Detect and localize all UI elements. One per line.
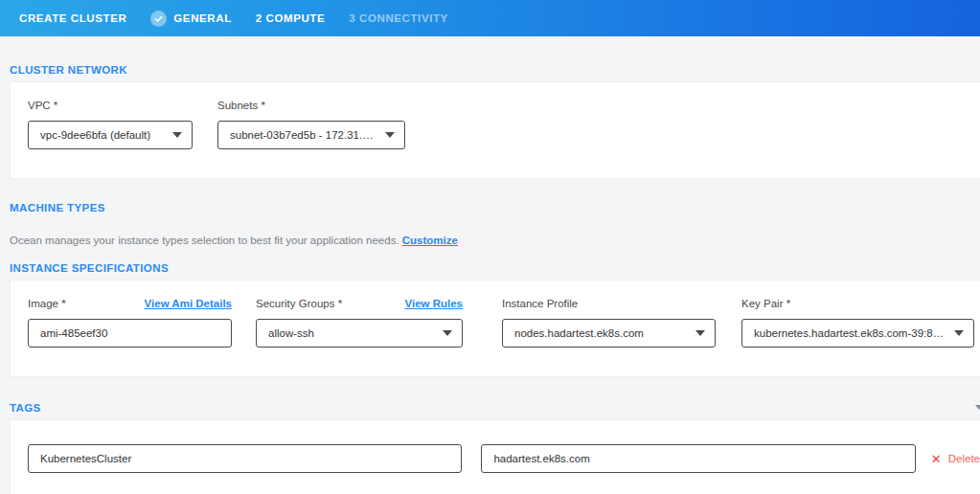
subnets-field: Subnets * subnet-03b7ed5b - 172.31.0.0/2…	[217, 100, 405, 149]
key-pair-select[interactable]: kubernetes.hadartest.ek8s.com-39:84:a5:9…	[741, 319, 974, 348]
machine-types-description-text: Ocean manages your instance types select…	[10, 235, 399, 246]
instance-profile-selected-value: nodes.hadartest.ek8s.com	[514, 327, 688, 339]
wizard-title: CREATE CLUSTER	[19, 12, 126, 24]
tab-general-label: GENERAL	[173, 12, 231, 24]
key-pair-field: Key Pair * kubernetes.hadartest.ek8s.com…	[741, 298, 974, 348]
image-input[interactable]	[28, 319, 232, 348]
customize-link[interactable]: Customize	[402, 235, 458, 246]
delete-tag-label: Delete	[948, 453, 980, 464]
cluster-network-card: VPC * vpc-9dee6bfa (default) Subnets * s…	[10, 81, 980, 179]
security-groups-select[interactable]: allow-ssh	[256, 319, 463, 348]
vpc-label: VPC *	[28, 100, 57, 111]
vpc-selected-value: vpc-9dee6bfa (default)	[40, 129, 165, 141]
tag-value-input[interactable]	[481, 444, 915, 473]
chevron-down-icon	[695, 330, 705, 336]
subnets-selected-value: subnet-03b7ed5b - 172.31.0.0/20 ...	[230, 129, 377, 141]
tag-row: ✕ Delete	[28, 444, 980, 473]
machine-types-heading: MACHINE TYPES	[10, 202, 980, 213]
security-groups-selected-value: allow-ssh	[268, 327, 435, 339]
instance-profile-select[interactable]: nodes.hadartest.ek8s.com	[502, 319, 716, 348]
view-ami-details-link[interactable]: View Ami Details	[145, 298, 232, 309]
key-pair-label: Key Pair *	[741, 298, 790, 309]
key-pair-selected-value: kubernetes.hadartest.ek8s.com-39:84:a5:9…	[754, 327, 946, 339]
security-groups-label: Security Groups *	[256, 298, 342, 309]
security-groups-field: Security Groups * View Rules allow-ssh	[256, 298, 463, 348]
instance-profile-field: Instance Profile nodes.hadartest.ek8s.co…	[502, 298, 716, 348]
delete-tag-button[interactable]: ✕ Delete	[931, 453, 980, 465]
chevron-down-icon	[443, 330, 452, 336]
tab-connectivity-label: 3 CONNECTIVITY	[349, 12, 448, 24]
view-rules-link[interactable]: View Rules	[404, 298, 463, 309]
tab-connectivity[interactable]: 3 CONNECTIVITY	[349, 12, 448, 24]
vpc-field: VPC * vpc-9dee6bfa (default)	[28, 100, 193, 149]
subnets-label: Subnets *	[217, 100, 265, 111]
tab-compute[interactable]: 2 COMPUTE	[256, 12, 326, 24]
cluster-network-heading: CLUSTER NETWORK	[10, 64, 980, 76]
tab-compute-label: 2 COMPUTE	[256, 12, 326, 24]
wizard-header: CREATE CLUSTER GENERAL 2 COMPUTE 3 CONNE…	[0, 0, 980, 36]
instance-specifications-heading: INSTANCE SPECIFICATIONS	[10, 262, 980, 274]
subnets-select[interactable]: subnet-03b7ed5b - 172.31.0.0/20 ...	[217, 121, 405, 149]
chevron-down-icon	[385, 132, 395, 138]
image-label: Image *	[28, 298, 66, 309]
instance-profile-label: Instance Profile	[502, 298, 578, 309]
image-field: Image * View Ami Details	[28, 298, 232, 348]
machine-types-description: Ocean manages your instance types select…	[10, 235, 980, 246]
instance-specifications-card: Image * View Ami Details Security Groups…	[10, 280, 980, 377]
chevron-down-icon	[954, 330, 964, 336]
chevron-down-icon	[172, 132, 182, 138]
vpc-select[interactable]: vpc-9dee6bfa (default)	[28, 121, 193, 149]
tags-heading: TAGS	[10, 402, 41, 414]
collapse-chevron-icon[interactable]	[975, 405, 980, 410]
tags-heading-row: TAGS	[10, 402, 980, 414]
tag-key-input[interactable]	[28, 444, 462, 473]
tags-card: ✕ Delete	[10, 419, 980, 494]
close-icon: ✕	[931, 453, 942, 465]
tab-general[interactable]: GENERAL	[150, 11, 231, 27]
check-circle-icon	[150, 11, 167, 27]
